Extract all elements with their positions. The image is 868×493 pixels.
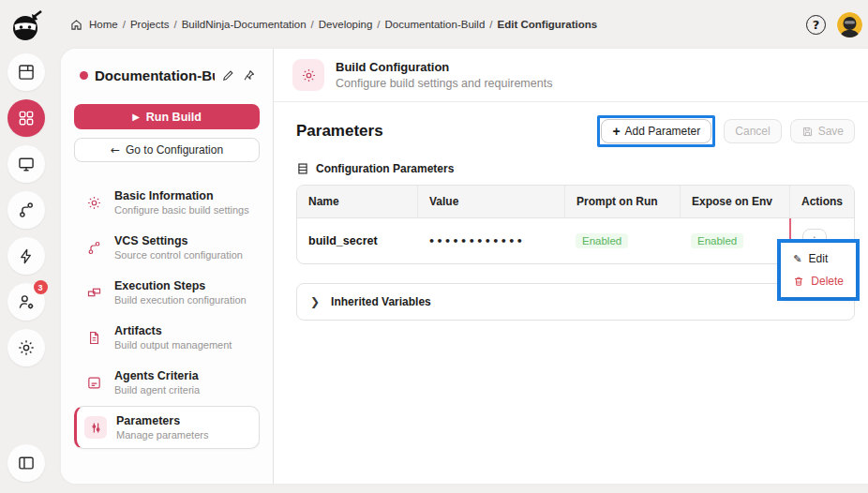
nav-item-title: Basic Information: [114, 189, 249, 202]
git-branch-icon: [82, 236, 105, 259]
breadcrumb-build[interactable]: Documentation-Build: [385, 19, 486, 30]
param-value-cell: ••••••••••••: [417, 218, 564, 263]
edit-pencil-icon: ✎: [793, 253, 801, 265]
nav-item-title: Parameters: [116, 414, 208, 427]
user-notification-badge: 3: [34, 280, 48, 294]
file-icon: [82, 326, 105, 349]
build-config-gear-icon: [292, 59, 324, 91]
topbar: Home / Projects / BuildNinja-Documentati…: [61, 0, 868, 49]
breadcrumb-home[interactable]: Home: [89, 19, 118, 30]
rail-monitor-icon[interactable]: [7, 145, 45, 183]
main-header-subtitle: Configure build settings and requirement…: [336, 77, 552, 90]
breadcrumb-developing[interactable]: Developing: [319, 19, 373, 30]
left-arrow-icon: ←: [111, 143, 120, 157]
go-to-configuration-label: Go to Configuration: [126, 143, 223, 157]
save-button[interactable]: Save: [790, 119, 855, 143]
menu-item-delete[interactable]: Delete: [781, 270, 856, 292]
nav-item-artifacts[interactable]: Artifacts Build output management: [74, 316, 260, 359]
plus-icon: +: [612, 124, 620, 139]
table-icon: [296, 162, 309, 175]
icon-rail: 3: [0, 0, 52, 493]
nav-item-subtitle: Build execution configuration: [114, 294, 247, 306]
rail-user-settings-icon[interactable]: 3: [7, 283, 45, 321]
rail-lightning-icon[interactable]: [7, 237, 45, 275]
col-header-prompt-on-run: Prompt on Run: [564, 186, 680, 217]
row-context-menu: ✎ Edit Delete: [781, 243, 856, 297]
save-label: Save: [818, 125, 844, 138]
nav-item-title: Agents Criteria: [114, 369, 200, 382]
nav-item-title: Artifacts: [114, 324, 232, 337]
prompt-on-run-cell: Enabled: [564, 218, 680, 263]
breadcrumb-projects[interactable]: Projects: [130, 19, 170, 30]
config-nav: Basic Information Configure basic build …: [74, 181, 260, 449]
col-header-actions: Actions: [789, 186, 854, 217]
pin-icon[interactable]: [242, 68, 256, 82]
add-parameter-annotation-box: + Add Parameter: [597, 115, 715, 147]
inherited-variables-label: Inherited Variables: [331, 295, 431, 308]
breadcrumb-separator: /: [311, 19, 314, 30]
build-config-title: Documentation-Bu...: [95, 67, 215, 83]
cancel-label: Cancel: [735, 125, 770, 138]
edit-label: Edit: [809, 252, 829, 265]
user-avatar[interactable]: [837, 12, 862, 37]
edit-title-pencil-icon[interactable]: [221, 68, 235, 82]
table-header-row: Name Value Prompt on Run Expose on Env A…: [297, 186, 854, 218]
parameters-table: Name Value Prompt on Run Expose on Env A…: [296, 185, 855, 264]
breadcrumb-separator: /: [377, 19, 380, 30]
gear-icon: [82, 191, 105, 214]
enabled-badge: Enabled: [691, 233, 743, 248]
nav-item-subtitle: Manage parameters: [116, 429, 208, 441]
run-build-label: Run Build: [146, 111, 202, 124]
config-panel: Documentation-Bu... ▶ Run Build ←: [61, 49, 273, 484]
go-to-configuration-button[interactable]: ← Go to Configuration: [74, 138, 260, 162]
content-card: Documentation-Bu... ▶ Run Build ←: [61, 49, 868, 484]
rail-git-branch-icon[interactable]: [7, 191, 45, 229]
col-header-expose-on-env: Expose on Env: [680, 186, 789, 217]
page-title: Parameters: [296, 122, 383, 141]
agent-card-icon: [82, 371, 105, 394]
context-menu-annotation-box: ✎ Edit Delete: [777, 239, 860, 301]
save-floppy-icon: [801, 126, 814, 138]
sliders-icon: [84, 416, 107, 439]
configuration-parameters-section: Configuration Parameters: [296, 162, 855, 175]
breadcrumb-separator: /: [489, 19, 492, 30]
nav-item-vcs-settings[interactable]: VCS Settings Source control configuratio…: [74, 226, 260, 269]
rail-dashboard-icon[interactable]: [7, 53, 45, 91]
nav-item-title: VCS Settings: [114, 234, 243, 247]
col-header-name: Name: [297, 186, 417, 217]
inherited-variables-section[interactable]: ❯ Inherited Variables: [296, 283, 855, 321]
enabled-badge: Enabled: [576, 233, 628, 248]
trash-icon: [793, 276, 804, 287]
breadcrumb-project-name[interactable]: BuildNinja-Documentation: [182, 19, 307, 30]
delete-label: Delete: [811, 275, 844, 288]
nav-item-subtitle: Build agent criteria: [114, 384, 200, 396]
main-content: Build Configuration Configure build sett…: [274, 49, 868, 484]
menu-item-edit[interactable]: ✎ Edit: [781, 247, 856, 270]
nav-item-execution-steps[interactable]: Execution Steps Build execution configur…: [74, 271, 260, 314]
nav-item-title: Execution Steps: [114, 279, 247, 292]
run-build-button[interactable]: ▶ Run Build: [74, 104, 260, 129]
breadcrumb: Home / Projects / BuildNinja-Documentati…: [70, 19, 597, 31]
status-dot: [80, 71, 88, 80]
rail-panel-toggle-icon[interactable]: [7, 444, 45, 482]
cancel-button[interactable]: Cancel: [724, 119, 781, 143]
col-header-value: Value: [417, 186, 564, 217]
nav-item-subtitle: Source control configuration: [114, 249, 243, 261]
app-logo-ninja-icon[interactable]: [8, 7, 44, 45]
rail-settings-gear-icon[interactable]: [7, 329, 45, 366]
page: Home / Projects / BuildNinja-Documentati…: [52, 0, 868, 493]
add-parameter-button[interactable]: + Add Parameter: [601, 119, 711, 143]
steps-blocks-icon: [82, 281, 105, 304]
chevron-right-icon: ❯: [310, 295, 320, 308]
rail-apps-grid-icon[interactable]: [7, 99, 45, 137]
nav-item-subtitle: Build output management: [114, 339, 232, 351]
breadcrumb-separator: /: [123, 19, 126, 30]
breadcrumb-separator: /: [173, 19, 176, 30]
expose-on-env-cell: Enabled: [680, 218, 789, 263]
nav-item-subtitle: Configure basic build settings: [114, 204, 249, 216]
main-header-title: Build Configuration: [336, 60, 552, 74]
nav-item-parameters[interactable]: Parameters Manage parameters: [74, 406, 260, 449]
help-icon[interactable]: ?: [806, 15, 826, 35]
nav-item-agents-criteria[interactable]: Agents Criteria Build agent criteria: [74, 361, 260, 404]
nav-item-basic-information[interactable]: Basic Information Configure basic build …: [74, 181, 260, 224]
